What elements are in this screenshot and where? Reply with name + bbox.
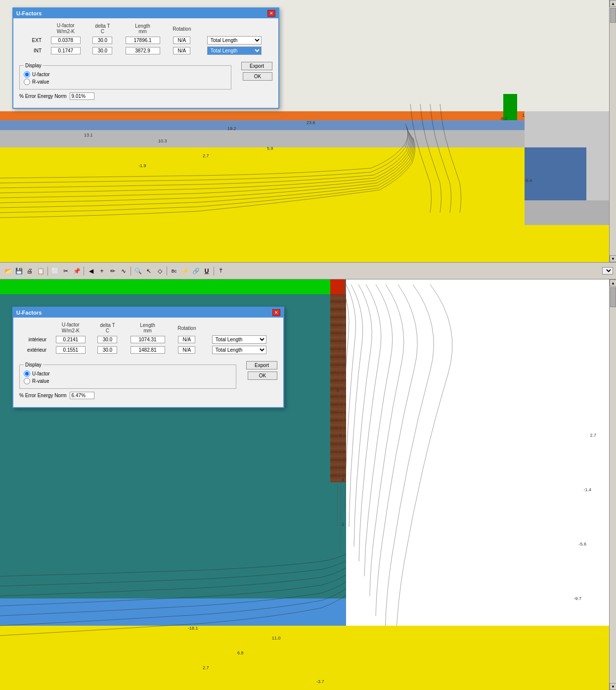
radio-rvalue-label-bottom[interactable]: R-value <box>24 378 232 384</box>
scrollbar-right-bottom[interactable]: ▲ ▼ <box>609 279 616 690</box>
scroll-thumb[interactable] <box>610 287 616 307</box>
dialog-buttons-top: Export OK <box>241 62 272 81</box>
scrollbar-right-top[interactable]: ▲ ▼ <box>609 0 616 262</box>
dialog-body-bottom: U-factorW/m2-K delta TC Lengthmm Rotatio… <box>13 318 283 407</box>
table-row: extérieur Total Length <box>19 345 277 355</box>
rotation-int-input[interactable] <box>173 47 190 54</box>
radio-rvalue-text-bottom: R-value <box>32 378 49 384</box>
dialog-left-col-top: Display U-factor R-value % Error Energy … <box>19 60 231 103</box>
scroll-down-btn-top[interactable]: ▼ <box>610 255 616 262</box>
deltat-ext-fr-input[interactable] <box>97 346 117 354</box>
scroll-thumb-top[interactable] <box>610 8 616 23</box>
radio-rvalue-bottom[interactable] <box>24 378 30 384</box>
col-length-bottom: Lengthmm <box>123 322 173 334</box>
radio-ufactor-top[interactable] <box>24 71 30 78</box>
error-norm-row-top: % Error Energy Norm <box>19 92 231 100</box>
contour-lines-svg-top <box>0 104 616 252</box>
export-button-bottom[interactable]: Export <box>246 361 277 369</box>
toolbar-search-icon[interactable]: 🔍 <box>133 266 143 276</box>
radio-rvalue-label-top[interactable]: R-value <box>24 79 227 85</box>
ufactor-int-fr-input[interactable] <box>56 336 86 343</box>
length-int-fr-input[interactable] <box>131 336 165 343</box>
dialog-title-top: U-Factors <box>16 10 42 16</box>
toolbar-cut-icon[interactable]: ✂ <box>61 266 71 276</box>
error-norm-input-top[interactable] <box>70 92 94 100</box>
rotation-ext-fr-input[interactable] <box>178 346 195 354</box>
bottom-section: -18.1 11.0 6.8 2.7 -9.7 -5.6 -1.4 2.7 8 … <box>0 279 616 690</box>
dialog-bottom-row-top: Display U-factor R-value % Error Energy … <box>19 60 272 103</box>
toolbar-curve-icon[interactable]: ∿ <box>119 266 129 276</box>
dialog-title-bottom: U-Factors <box>16 310 42 316</box>
radio-ufactor-label-top[interactable]: U-factor <box>24 71 227 78</box>
row-label-int-fr: intérieur <box>19 334 49 345</box>
radio-ufactor-bottom[interactable] <box>24 370 30 377</box>
toolbar-sep-3 <box>131 267 131 276</box>
ufactors-table-bottom: U-factorW/m2-K delta TC Lengthmm Rotatio… <box>19 322 277 355</box>
toolbar-open-icon[interactable]: 📂 <box>3 266 13 276</box>
table-row: EXT Total Length <box>19 35 272 46</box>
toolbar-dropdown[interactable] <box>602 267 613 275</box>
toolbar: 📂 💾 🖨 📋 ⬜ ✂ 📌 ◀ + ✏ ∿ 🔍 ↖ ◇ Bc ⚡ 🔗 U T̈ <box>0 262 616 279</box>
toolbar-plus-icon[interactable]: + <box>97 266 107 276</box>
contour-lines-svg-bottom <box>336 279 613 626</box>
dropdown-int-fr-bottom[interactable]: Total Length <box>212 335 266 344</box>
scroll-up-btn[interactable]: ▲ <box>610 279 616 286</box>
rotation-int-fr-input[interactable] <box>178 336 195 343</box>
dialog-close-top[interactable]: ✕ <box>267 10 275 17</box>
ufactor-ext-fr-input[interactable] <box>56 346 86 354</box>
dropdown-ext-fr-bottom[interactable]: Total Length <box>212 346 266 354</box>
toolbar-special-icon[interactable]: T̈ <box>216 266 226 276</box>
scroll-down-btn[interactable]: ▼ <box>610 683 616 690</box>
toolbar-lightning-icon[interactable]: ⚡ <box>180 266 190 276</box>
col-ufactor-bottom: U-factorW/m2-K <box>49 322 92 334</box>
col-deltat-top: delta TC <box>88 22 118 35</box>
radio-ufactor-label-bottom[interactable]: U-factor <box>24 370 232 377</box>
row-label-ext-fr: extérieur <box>19 345 49 355</box>
deltat-int-input[interactable] <box>92 47 112 54</box>
ufactors-dialog-top: U-Factors ✕ U-factorW/m2-K delta TC Leng… <box>12 7 279 109</box>
toolbar-save-icon[interactable]: 💾 <box>14 266 24 276</box>
scroll-track-top <box>610 7 616 255</box>
error-norm-label-bottom: % Error Energy Norm <box>19 393 67 398</box>
length-int-input[interactable] <box>126 47 160 54</box>
deltat-int-fr-input[interactable] <box>97 336 117 343</box>
table-row: INT Total Length <box>19 46 272 56</box>
toolbar-rect-icon[interactable]: ⬜ <box>50 266 60 276</box>
radio-rvalue-top[interactable] <box>24 79 30 85</box>
row-label-ext: EXT <box>19 35 44 46</box>
toolbar-clipboard-icon[interactable]: 📋 <box>36 266 45 276</box>
toolbar-print-icon[interactable]: 🖨 <box>25 266 35 276</box>
dialog-close-bottom[interactable]: ✕ <box>272 309 280 316</box>
radio-ufactor-text-top: U-factor <box>32 72 50 77</box>
ok-button-bottom[interactable]: OK <box>248 371 277 380</box>
toolbar-bc-icon[interactable]: Bc <box>169 266 179 276</box>
toolbar-arrow-icon[interactable]: ◀ <box>86 266 96 276</box>
export-button-top[interactable]: Export <box>241 62 272 70</box>
toolbar-link-icon[interactable]: 🔗 <box>191 266 201 276</box>
scroll-up-btn-top[interactable]: ▲ <box>610 0 616 7</box>
dropdown-int-top[interactable]: Total Length <box>207 46 262 55</box>
col-ufactor-top: U-factorW/m2-K <box>44 22 88 35</box>
toolbar-diamond-icon[interactable]: ◇ <box>155 266 165 276</box>
length-ext-input[interactable] <box>126 37 160 44</box>
toolbar-pointer-icon[interactable]: ↖ <box>144 266 154 276</box>
toolbar-right-area <box>602 267 613 275</box>
green-strip-bottom <box>0 279 341 294</box>
ufactor-int-input[interactable] <box>51 47 81 54</box>
rotation-ext-input[interactable] <box>173 37 190 44</box>
toolbar-draw-icon[interactable]: ✏ <box>108 266 118 276</box>
dropdown-ext-top[interactable]: Total Length <box>207 36 262 45</box>
deltat-ext-input[interactable] <box>92 37 112 44</box>
dialog-body-top: U-factorW/m2-K delta TC Lengthmm Rotatio… <box>13 18 278 108</box>
toolbar-pin-icon[interactable]: 📌 <box>72 266 82 276</box>
radio-ufactor-text-bottom: U-factor <box>32 371 50 376</box>
error-norm-row-bottom: % Error Energy Norm <box>19 392 236 399</box>
error-norm-input-bottom[interactable] <box>70 392 94 399</box>
display-legend-bottom: Display <box>24 362 43 368</box>
length-ext-fr-input[interactable] <box>131 346 165 354</box>
toolbar-u-icon[interactable]: U <box>202 266 212 276</box>
ufactor-ext-input[interactable] <box>51 37 81 44</box>
ok-button-top[interactable]: OK <box>243 72 272 81</box>
toolbar-sep-1 <box>47 267 48 276</box>
toolbar-sep-5 <box>214 267 214 276</box>
